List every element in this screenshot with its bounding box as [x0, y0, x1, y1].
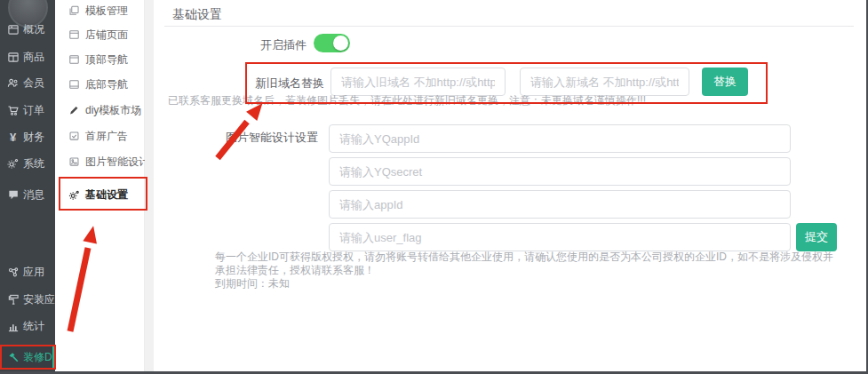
overview-icon [6, 23, 20, 36]
stats-chart-icon [6, 320, 20, 332]
diy-market-pen-icon [68, 105, 80, 116]
appid-input[interactable] [329, 190, 791, 219]
sidebar-item-overview[interactable]: 概况 [0, 18, 55, 41]
image-design-icon [68, 156, 80, 168]
user-flag-input[interactable] [329, 223, 791, 251]
sidebar-item-label: 财务 [23, 130, 44, 145]
expire-time-text: 到期时间：未知 [215, 277, 837, 290]
template-manage-icon [68, 5, 80, 17]
page-title: 基础设置 [172, 7, 222, 23]
submenu-item-basic-settings[interactable]: 基础设置 [55, 184, 144, 205]
sidebar-item-finance[interactable]: ¥ 财务 [0, 125, 55, 148]
banner-ad-icon [68, 131, 80, 142]
diy-hammer-icon [6, 351, 20, 363]
sidebar-item-members[interactable]: 会员 [0, 71, 55, 94]
panel-gap-strip [145, 0, 154, 371]
submenu-item-shop-page[interactable]: 店铺页面 [55, 24, 144, 45]
submenu-item-label: 顶部导航 [85, 52, 128, 68]
sidebar-item-label: 概况 [23, 22, 44, 37]
system-gears-icon [6, 157, 20, 170]
decoration-diy-settings-screen: 概况 商品 会员 订单 ¥ 财务 系统 消息 应用 [0, 0, 868, 374]
plugin-toggle-switch[interactable] [314, 34, 350, 52]
submenu-item-label: 模板管理 [85, 4, 128, 19]
submenu-item-label: 图片智能设计 [85, 155, 149, 170]
primary-sidebar: 概况 商品 会员 订单 ¥ 财务 系统 消息 应用 [0, 0, 55, 371]
sidebar-item-apps[interactable]: 应用 [0, 260, 55, 283]
message-bubble-icon [6, 188, 20, 201]
sidebar-item-label: 商品 [23, 50, 44, 65]
members-icon [6, 76, 20, 89]
sidebar-item-system[interactable]: 系统 [0, 152, 55, 175]
yqsecret-input[interactable] [329, 157, 791, 186]
main-panel: 基础设置 开启插件 新旧域名替换 替换 已联系客服更换域名后，若装修图片丢失，请… [154, 0, 866, 371]
submenu-item-template-manage[interactable]: 模板管理 [55, 0, 144, 21]
domain-replace-note: 已联系客服更换域名后，若装修图片丢失，请在此处进行新旧域名更换，注意：未更换域名… [168, 94, 646, 107]
plugin-toggle-label: 开启插件 [164, 37, 307, 53]
authorization-note-text: 每一个企业ID可获得版权授权，请勿将账号转借给其他企业使用，请确认您使用的是否为… [215, 251, 837, 277]
sidebar-item-label: 统计 [23, 319, 44, 334]
title-divider [164, 26, 854, 27]
sidebar-item-statistics[interactable]: 统计 [0, 314, 55, 338]
submenu-item-top-nav[interactable]: 顶部导航 [55, 49, 144, 70]
goods-icon [6, 51, 20, 63]
new-domain-input[interactable] [520, 68, 689, 96]
image-design-label: 图片智能设计设置 [164, 130, 318, 146]
submenu-item-label: 底部导航 [85, 77, 128, 92]
sidebar-item-messages[interactable]: 消息 [0, 183, 55, 206]
sidebar-item-decoration-diy[interactable]: 装修DIY [0, 346, 55, 369]
finance-yen-icon: ¥ [6, 131, 20, 143]
yqappid-input[interactable] [329, 124, 791, 153]
sidebar-item-label: 系统 [23, 156, 44, 171]
submenu-item-label: 基础设置 [85, 187, 128, 203]
submenu-item-label: diy模板市场 [85, 103, 141, 118]
submenu-item-diy-market[interactable]: diy模板市场 [55, 99, 144, 121]
apps-icon [6, 266, 20, 278]
basic-settings-gear-icon [68, 189, 80, 201]
submenu-item-label: 首屏广告 [85, 129, 128, 144]
sidebar-item-install-apps[interactable]: 安装应用 [0, 288, 55, 311]
install-app-icon [6, 293, 20, 306]
toggle-knob [333, 36, 348, 51]
shop-page-icon [68, 29, 80, 41]
orders-cart-icon [6, 104, 20, 116]
bottom-nav-icon [68, 79, 80, 91]
submenu-item-banner-ad[interactable]: 首屏广告 [55, 125, 144, 147]
authorization-note: 每一个企业ID可获得版权授权，请勿将账号转借给其他企业使用，请确认您使用的是否为… [215, 251, 837, 290]
submenu-item-label: 店铺页面 [85, 28, 128, 43]
domain-replace-label: 新旧域名替换 [164, 76, 324, 92]
sidebar-item-label: 会员 [23, 76, 44, 91]
top-nav-icon [68, 54, 80, 66]
submenu-item-image-design[interactable]: 图片智能设计 [55, 151, 144, 172]
submit-button[interactable]: 提交 [796, 223, 837, 251]
sidebar-item-orders[interactable]: 订单 [0, 99, 55, 122]
sidebar-item-goods[interactable]: 商品 [0, 45, 55, 68]
sidebar-item-label: 订单 [23, 103, 44, 118]
old-domain-input[interactable] [330, 68, 506, 96]
submenu-item-bottom-nav[interactable]: 底部导航 [55, 74, 144, 95]
sidebar-item-label: 消息 [23, 187, 44, 203]
sidebar-item-label: 应用 [23, 265, 44, 280]
secondary-sidebar: 模板管理 店铺页面 顶部导航 底部导航 diy模板市场 首屏广告 图片智能设计 [55, 0, 145, 371]
replace-button[interactable]: 替换 [702, 68, 748, 96]
